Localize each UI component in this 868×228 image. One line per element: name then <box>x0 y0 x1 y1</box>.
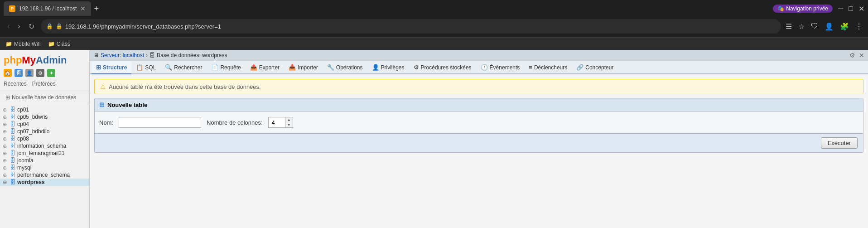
expand-icon-cp04: ⊕ <box>3 121 9 127</box>
browser-tab[interactable]: P 192.168.1.96 / localhost ✕ <box>4 1 91 16</box>
tab-declencheurs[interactable]: ≡ Déclencheurs <box>524 61 572 74</box>
breadcrumb-arrow: › <box>146 52 148 58</box>
sidebar-home-icon[interactable]: 🏠 <box>4 69 12 77</box>
db-icon-mysql: 🗄 <box>10 165 15 171</box>
breadcrumb-db-current: Base de données: wordpress <box>157 52 227 58</box>
tab-title: 192.168.1.96 / localhost <box>19 5 77 12</box>
tab-exporter[interactable]: 📤 Exporter <box>246 61 284 74</box>
minimize-button[interactable]: ─ <box>838 5 843 13</box>
tab-close-button[interactable]: ✕ <box>80 5 86 12</box>
col-decrement-button[interactable]: ▼ <box>285 122 293 127</box>
sidebar-item-jom[interactable]: ⊕ 🗄 jom_lemaragmail21 <box>0 150 89 157</box>
star-button[interactable]: ☆ <box>798 22 805 31</box>
sidebar-recent-label[interactable]: Récentes <box>4 81 27 87</box>
operations-tab-label: Opérations <box>336 64 363 71</box>
sidebar-item-wordpress[interactable]: ⊖ 🗄 wordpress <box>0 179 89 186</box>
tab-sql[interactable]: 📋 SQL <box>131 61 160 74</box>
url-text: 192.168.1.96/phpmyadmin/server_databases… <box>65 23 776 30</box>
address-bar[interactable]: 🔒 🔒 192.168.1.96/phpmyadmin/server_datab… <box>41 19 781 34</box>
tab-concepteur[interactable]: 🔗 Concepteur <box>572 61 618 74</box>
expand-icon-info-schema: ⊕ <box>3 143 9 149</box>
expand-icon-wordpress: ⊖ <box>3 179 9 185</box>
breadcrumb-db-icon: 🗄 <box>149 52 155 58</box>
bc-close-icon[interactable]: ✕ <box>859 52 864 59</box>
back-button[interactable]: ‹ <box>5 20 11 32</box>
tab-requete[interactable]: 📄 Requête <box>207 61 245 74</box>
sidebar-item-cp01[interactable]: ⊕ 🗄 cp01 <box>0 106 89 113</box>
tab-bar: P 192.168.1.96 / localhost ✕ + 🎭 Navigat… <box>0 0 868 17</box>
sidebar-green-icon[interactable]: ✦ <box>47 69 55 77</box>
table-name-input[interactable] <box>119 117 201 128</box>
pma-logo-admin: Admin <box>36 54 67 66</box>
sidebar-db-icon[interactable]: 🗄 <box>14 69 23 77</box>
db-icon-cp04: 🗄 <box>10 121 15 127</box>
expand-icon-cp01: ⊕ <box>3 107 9 113</box>
breadcrumb: 🖥 Serveur: localhost › 🗄 Base de données… <box>93 52 227 58</box>
refresh-button[interactable]: ↻ <box>27 20 36 33</box>
tab-privileges[interactable]: 👤 Privilèges <box>367 61 409 74</box>
profile-button[interactable]: 👤 <box>825 22 834 31</box>
bookmark-mobile-wifi[interactable]: 📁 Mobile Wifi <box>5 41 41 47</box>
extensions-button[interactable]: 🧩 <box>840 22 849 31</box>
tab-operations[interactable]: 🔧 Opérations <box>323 61 367 74</box>
concepteur-tab-label: Concepteur <box>585 64 613 71</box>
sidebar-settings-icon[interactable]: ⚙ <box>36 69 44 77</box>
col-spinner-buttons: ▲ ▼ <box>285 117 293 127</box>
tab-evenements[interactable]: 🕐 Évènements <box>476 61 525 74</box>
sidebar-item-joomla[interactable]: ⊕ 🗄 joomla <box>0 157 89 164</box>
sidebar-favorites-label[interactable]: Préférées <box>32 81 56 87</box>
privileges-tab-label: Privilèges <box>381 64 405 71</box>
forward-button[interactable]: › <box>16 20 22 32</box>
private-nav-label: Navigation privée <box>786 5 828 12</box>
sidebar-item-info-schema[interactable]: ⊕ 🗄 information_schema <box>0 142 89 150</box>
alert-warning: ⚠ Aucune table n'a été trouvée dans cett… <box>94 79 863 94</box>
sidebar: phpMyAdmin 🏠 🗄 👤 ⚙ ✦ Récentes Préférées … <box>0 50 90 228</box>
folder-icon: 📁 <box>5 41 12 47</box>
col-count-wrap: ▲ ▼ <box>268 117 293 128</box>
tab-importer[interactable]: 📥 Importer <box>284 61 323 74</box>
importer-tab-label: Importer <box>298 64 318 71</box>
tab-procedures[interactable]: ⚙ Procédures stockées <box>409 61 476 74</box>
shield-button[interactable]: 🛡 <box>811 22 818 30</box>
tab-rechercher[interactable]: 🔍 Rechercher <box>160 61 207 74</box>
sidebar-db-label-info-schema: information_schema <box>17 143 66 149</box>
breadcrumb-server-link[interactable]: Serveur: localhost <box>101 52 144 58</box>
db-icon-info-schema: 🗄 <box>10 143 15 149</box>
declencheurs-tab-label: Déclencheurs <box>534 64 567 71</box>
sidebar-item-cp05[interactable]: ⊕ 🗄 cp05_bdwris <box>0 113 89 121</box>
new-table-section: ⊞ Nouvelle table Nom: Nombre de colonnes… <box>94 98 863 153</box>
maximize-button[interactable]: □ <box>849 5 853 13</box>
bookmark-class[interactable]: 📁 Class <box>48 41 70 47</box>
alert-message: Aucune table n'a été trouvée dans cette … <box>109 83 261 90</box>
browser-tab-right-controls: 🎭 Navigation privée ─ □ ✕ <box>773 5 864 13</box>
expand-icon-mysql: ⊕ <box>3 165 9 171</box>
col-increment-button[interactable]: ▲ <box>285 117 293 122</box>
breadcrumb-bar: 🖥 Serveur: localhost › 🗄 Base de données… <box>90 50 868 61</box>
new-tab-button[interactable]: + <box>94 4 99 14</box>
col-count-input[interactable] <box>269 117 285 127</box>
sidebar-item-performance[interactable]: ⊕ 🗄 performance_schema <box>0 171 89 179</box>
sidebar-db-label-jom: jom_lemaragmail21 <box>17 150 65 156</box>
sidebar-item-cp08[interactable]: ⊕ 🗄 cp08 <box>0 135 89 142</box>
sidebar-divider <box>0 91 89 91</box>
sidebar-db-label-cp01: cp01 <box>17 107 29 113</box>
sidebar-new-db[interactable]: ⊞ Nouvelle base de données <box>0 93 89 102</box>
new-table-header-icon: ⊞ <box>99 101 105 108</box>
sidebar-item-cp07[interactable]: ⊕ 🗄 cp07_bdbdilo <box>0 128 89 135</box>
expand-icon-cp07: ⊕ <box>3 129 9 135</box>
sidebar-db-label-wordpress: wordpress <box>17 179 45 185</box>
bc-settings-icon[interactable]: ⚙ <box>849 52 855 59</box>
structure-tab-icon: ⊞ <box>96 64 101 71</box>
sidebar-item-mysql[interactable]: ⊕ 🗄 mysql <box>0 164 89 171</box>
execute-button[interactable]: Exécuter <box>821 137 858 149</box>
tab-structure[interactable]: ⊞ Structure <box>92 61 131 74</box>
importer-tab-icon: 📥 <box>289 64 296 71</box>
bookmarks-manager-button[interactable]: ☰ <box>786 22 792 31</box>
new-table-header-label: Nouvelle table <box>107 102 147 108</box>
privileges-tab-icon: 👤 <box>372 64 379 71</box>
sidebar-db-label-cp08: cp08 <box>17 136 29 142</box>
close-window-button[interactable]: ✕ <box>858 5 864 13</box>
sidebar-user-icon[interactable]: 👤 <box>25 69 34 77</box>
menu-button[interactable]: ⋮ <box>855 22 863 31</box>
sidebar-item-cp04[interactable]: ⊕ 🗄 cp04 <box>0 121 89 128</box>
